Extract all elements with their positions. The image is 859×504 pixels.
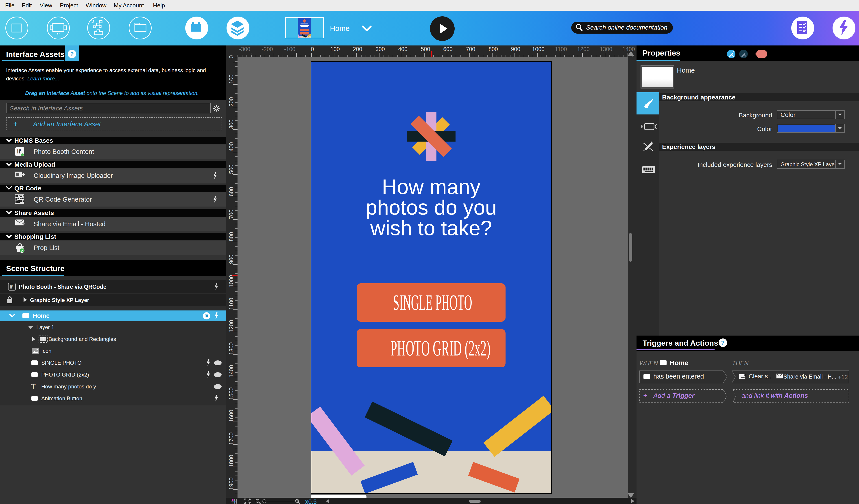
- svg-text:if: if: [17, 148, 21, 155]
- svg-text:if: if: [10, 284, 13, 289]
